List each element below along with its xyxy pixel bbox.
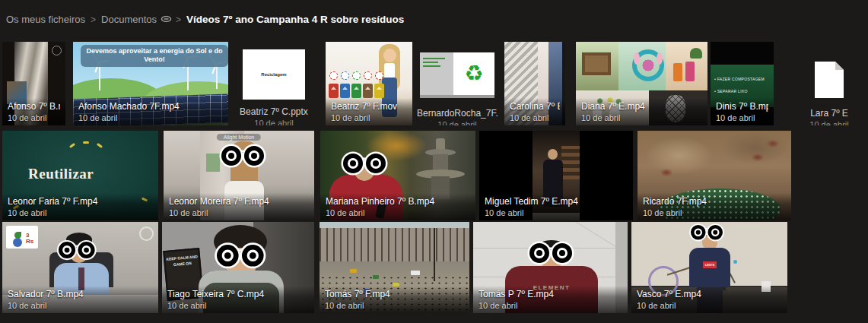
avatar-shirt-art: [384, 63, 395, 78]
sparkle-art: [97, 143, 103, 148]
vehicle-art: [411, 271, 420, 275]
shrub-art: [767, 140, 779, 147]
vehicle-art: [350, 269, 357, 273]
glasses-lens: [242, 245, 264, 267]
file-label: Afonso Machado 7F.mp4 10 de abril: [73, 98, 228, 125]
cartoon-glasses-overlay: [221, 146, 264, 166]
cartoon-glasses-overlay: [343, 154, 386, 173]
file-date: 10 de abril: [716, 113, 768, 122]
file-name: Dinis 7º B.mp4: [716, 101, 768, 112]
file-tile-lara[interactable]: Lara 7º E 10 de abril: [791, 42, 867, 125]
file-tile-tiago[interactable]: KEEP CALM AND GAME ON Tiago Teixeira 7º …: [162, 222, 314, 313]
breadcrumb-root[interactable]: Os meus ficheiros: [6, 14, 85, 25]
glasses-lens: [78, 242, 95, 258]
text-line-art: [423, 62, 438, 63]
file-name: Salvador 7º B.mp4: [8, 289, 153, 299]
file-tile-diana[interactable]: Diana 7º E.mp4 10 de abril: [576, 42, 707, 125]
campaign-logo: 3 Rs: [6, 226, 38, 249]
cartoon-glasses-overlay: [217, 245, 264, 267]
wall-paper-art: [206, 154, 220, 172]
page-fold-art: [835, 62, 844, 70]
file-label: Vasco 7º E.mp4 10 de abril: [631, 286, 787, 313]
file-date: 10 de abril: [236, 119, 312, 125]
crate-art: [582, 52, 611, 75]
file-tile-vasco[interactable]: LEVI'S Vasco 7º E.mp4 10 de abril: [631, 222, 787, 313]
file-name: Diana 7º E.mp4: [581, 101, 702, 112]
file-tile-salvador[interactable]: 3 Rs Salvador 7º B.mp4 10 de abril: [2, 222, 158, 313]
file-tile-bernardo-rocha[interactable]: ♻ BernardoRocha_7F.pptx 10 de abril: [417, 42, 498, 125]
plant-art: [690, 48, 702, 59]
file-label: Afonso 7º B.mp4 10 de abril: [2, 98, 65, 125]
file-label: Leonor Moreira 7º F.mp4 10 de abril: [164, 193, 314, 220]
bin-icon-art: [329, 71, 338, 80]
glasses-lens: [244, 146, 264, 166]
file-name: Afonso 7º B.mp4: [8, 101, 60, 112]
file-tile-leonor-faria[interactable]: Reutilizar Leonor Faria 7º F.mp4 10 de a…: [2, 131, 158, 220]
file-date: 10 de abril: [417, 120, 498, 125]
file-label: Tiago Teixeira 7º C.mp4 10 de abril: [162, 286, 314, 313]
file-tile-carolina[interactable]: Carolina 7º E... 10 de abril: [504, 42, 565, 125]
file-label: BernardoRocha_7F.pptx 10 de abril: [417, 108, 498, 125]
file-tile-beatriz-c[interactable]: Reciclagem Beatriz 7º C.pptx 10 de abril: [236, 42, 312, 125]
avatar-face-art: [383, 49, 396, 62]
buildings-art: [320, 228, 469, 261]
file-name: Leonor Moreira 7º F.mp4: [169, 196, 309, 207]
sparkle-art: [83, 141, 89, 144]
file-tile-leonor-moreira[interactable]: Alight Motion Leonor Moreira 7º F.mp4 10…: [164, 131, 314, 220]
breadcrumb-current-folder: Vídeos 7º ano Campanha 4 R sobre resíduo…: [186, 14, 404, 25]
file-date: 10 de abril: [581, 113, 702, 122]
file-name: Beatriz 7º F.mov: [331, 101, 407, 112]
file-date: 10 de abril: [331, 113, 407, 122]
file-date: 10 de abril: [325, 301, 464, 310]
glasses-lens: [691, 225, 706, 240]
recycle-symbol-icon: ♻: [453, 52, 494, 95]
bin-icon-art: [375, 71, 383, 80]
bin-icon-art: [364, 71, 372, 80]
file-tile-afonso-b[interactable]: Afonso 7º B.mp4 10 de abril: [2, 42, 65, 125]
recycle-bin-art: [351, 84, 361, 98]
file-name: Carolina 7º E...: [510, 101, 560, 112]
file-label: Mariana Pinheiro 7º B.mp4 10 de abril: [320, 193, 475, 220]
file-name: Lara 7º E: [791, 108, 867, 119]
file-tile-mariana[interactable]: Mariana Pinheiro 7º B.mp4 10 de abril: [320, 131, 475, 220]
glasses-lens: [343, 154, 363, 173]
craft-can-art: [673, 63, 682, 81]
thumbnail-caption: Devemos aproveitar a energia do Sol e do…: [81, 45, 228, 67]
slide-title-text: Reutilizar: [28, 166, 94, 182]
file-tile-afonso-machado[interactable]: Devemos aproveitar a energia do Sol e do…: [73, 42, 228, 125]
sprout-art: [14, 232, 21, 239]
file-name: Leonor Faria 7º F.mp4: [8, 196, 153, 207]
file-date: 10 de abril: [637, 301, 782, 310]
glasses-lens: [217, 245, 239, 267]
file-label: Leonor Faria 7º F.mp4 10 de abril: [2, 193, 158, 220]
wind-turbine-art: [99, 63, 100, 90]
glasses-lens: [221, 146, 241, 166]
logo-text: 3 Rs: [26, 233, 38, 245]
file-tile-tomas-p[interactable]: ELEMENT Tomás P 7º E.mp4 10 de abril: [473, 222, 628, 313]
file-date: 10 de abril: [8, 113, 60, 122]
recycle-bin-art: [374, 84, 384, 98]
slide-bullet-text: • Separar lixo: [714, 89, 748, 93]
file-date: 10 de abril: [643, 208, 786, 217]
file-tile-ricardo[interactable]: Ricardo 7F.mp4 10 de abril: [637, 131, 791, 220]
text-line-art: [423, 65, 440, 67]
file-date: 10 de abril: [479, 301, 622, 310]
file-tile-tomas-f[interactable]: Tomás 7º F.mp4 10 de abril: [320, 222, 469, 313]
slide-thumbnail: ♻: [420, 52, 494, 98]
file-date: 10 de abril: [169, 208, 309, 217]
wind-turbine-art: [216, 65, 218, 89]
recycle-bin-art: [329, 84, 339, 98]
file-tile-beatriz-f[interactable]: Beatriz 7º F.mov 10 de abril: [326, 42, 412, 125]
utility-pole-art: [434, 228, 435, 281]
watermark-badge: Alight Motion: [217, 134, 261, 141]
file-tile-miguel[interactable]: Miguel Tedim 7º E.mp4 10 de abril: [479, 131, 633, 220]
cartoon-glasses-overlay: [691, 225, 723, 240]
file-label: Ricardo 7F.mp4 10 de abril: [637, 193, 791, 220]
file-tile-dinis[interactable]: • Fazer compostagem • Separar lixo Dinis…: [711, 42, 774, 125]
breadcrumb-parent[interactable]: Documentos: [101, 14, 157, 25]
slide-title-text: Reciclagem: [261, 72, 286, 77]
recycle-bin-art: [363, 84, 373, 98]
breadcrumb-separator: >: [91, 14, 96, 25]
breadcrumb: Os meus ficheiros > Documentos > Vídeos …: [6, 14, 404, 25]
sparkle-art: [69, 143, 75, 148]
